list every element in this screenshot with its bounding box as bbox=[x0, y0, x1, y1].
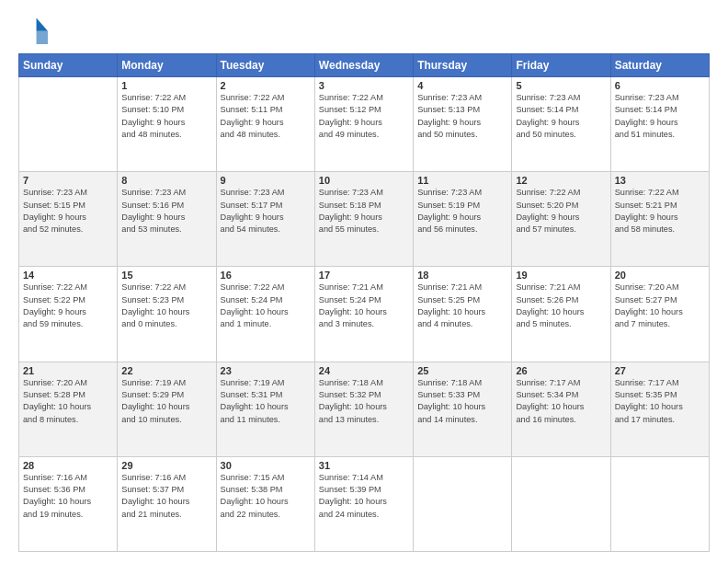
day-number: 16 bbox=[221, 270, 311, 281]
day-info: Sunrise: 7:21 AM Sunset: 5:25 PM Dayligh… bbox=[417, 282, 507, 330]
calendar-cell: 8Sunrise: 7:23 AM Sunset: 5:16 PM Daylig… bbox=[118, 172, 216, 267]
day-info: Sunrise: 7:14 AM Sunset: 5:39 PM Dayligh… bbox=[319, 472, 409, 521]
calendar-cell: 22Sunrise: 7:19 AM Sunset: 5:29 PM Dayli… bbox=[118, 362, 216, 456]
day-info: Sunrise: 7:23 AM Sunset: 5:14 PM Dayligh… bbox=[516, 92, 606, 141]
day-info: Sunrise: 7:17 AM Sunset: 5:34 PM Dayligh… bbox=[516, 377, 606, 426]
calendar-cell: 10Sunrise: 7:23 AM Sunset: 5:18 PM Dayli… bbox=[314, 172, 413, 267]
calendar-cell: 27Sunrise: 7:17 AM Sunset: 5:35 PM Dayli… bbox=[610, 362, 709, 456]
day-number: 5 bbox=[516, 80, 606, 91]
day-info: Sunrise: 7:20 AM Sunset: 5:27 PM Dayligh… bbox=[615, 282, 705, 330]
weekday-friday: Friday bbox=[512, 54, 610, 77]
day-number: 17 bbox=[319, 270, 409, 281]
week-row-5: 28Sunrise: 7:16 AM Sunset: 5:36 PM Dayli… bbox=[19, 456, 710, 551]
logo bbox=[18, 15, 51, 44]
calendar-cell: 24Sunrise: 7:18 AM Sunset: 5:32 PM Dayli… bbox=[314, 362, 413, 456]
week-row-1: 1Sunrise: 7:22 AM Sunset: 5:10 PM Daylig… bbox=[19, 77, 710, 172]
calendar-cell: 5Sunrise: 7:23 AM Sunset: 5:14 PM Daylig… bbox=[512, 77, 610, 172]
calendar-cell: 23Sunrise: 7:19 AM Sunset: 5:31 PM Dayli… bbox=[216, 362, 314, 456]
day-info: Sunrise: 7:23 AM Sunset: 5:19 PM Dayligh… bbox=[417, 187, 507, 236]
day-number: 15 bbox=[121, 270, 211, 281]
day-number: 2 bbox=[221, 80, 311, 91]
calendar-cell: 12Sunrise: 7:22 AM Sunset: 5:20 PM Dayli… bbox=[512, 172, 610, 267]
day-number: 3 bbox=[319, 80, 409, 91]
calendar-cell: 16Sunrise: 7:22 AM Sunset: 5:24 PM Dayli… bbox=[216, 267, 314, 362]
calendar-cell: 15Sunrise: 7:22 AM Sunset: 5:23 PM Dayli… bbox=[118, 267, 216, 362]
calendar-cell: 29Sunrise: 7:16 AM Sunset: 5:37 PM Dayli… bbox=[118, 456, 216, 551]
calendar-cell: 28Sunrise: 7:16 AM Sunset: 5:36 PM Dayli… bbox=[19, 456, 118, 551]
day-info: Sunrise: 7:23 AM Sunset: 5:17 PM Dayligh… bbox=[221, 187, 311, 236]
day-info: Sunrise: 7:20 AM Sunset: 5:28 PM Dayligh… bbox=[23, 377, 113, 426]
day-info: Sunrise: 7:22 AM Sunset: 5:23 PM Dayligh… bbox=[121, 282, 211, 330]
day-info: Sunrise: 7:22 AM Sunset: 5:24 PM Dayligh… bbox=[221, 282, 311, 330]
day-info: Sunrise: 7:22 AM Sunset: 5:21 PM Dayligh… bbox=[615, 187, 705, 236]
calendar-cell: 14Sunrise: 7:22 AM Sunset: 5:22 PM Dayli… bbox=[19, 267, 118, 362]
day-number: 12 bbox=[516, 175, 606, 186]
day-info: Sunrise: 7:17 AM Sunset: 5:35 PM Dayligh… bbox=[615, 377, 705, 426]
day-number: 25 bbox=[417, 365, 507, 376]
day-number: 18 bbox=[417, 270, 507, 281]
day-info: Sunrise: 7:23 AM Sunset: 5:16 PM Dayligh… bbox=[121, 187, 211, 236]
day-number: 14 bbox=[23, 270, 113, 281]
day-number: 21 bbox=[23, 365, 113, 376]
day-info: Sunrise: 7:23 AM Sunset: 5:18 PM Dayligh… bbox=[319, 187, 409, 236]
calendar-cell bbox=[610, 456, 709, 551]
calendar-cell bbox=[19, 77, 118, 172]
day-number: 31 bbox=[319, 460, 409, 471]
day-info: Sunrise: 7:21 AM Sunset: 5:24 PM Dayligh… bbox=[319, 282, 409, 330]
calendar-cell: 18Sunrise: 7:21 AM Sunset: 5:25 PM Dayli… bbox=[414, 267, 512, 362]
svg-marker-0 bbox=[37, 18, 48, 31]
day-number: 29 bbox=[121, 460, 211, 471]
weekday-thursday: Thursday bbox=[414, 54, 512, 77]
day-info: Sunrise: 7:19 AM Sunset: 5:29 PM Dayligh… bbox=[121, 377, 211, 426]
day-number: 1 bbox=[121, 80, 211, 91]
svg-marker-1 bbox=[37, 31, 48, 44]
day-number: 27 bbox=[615, 365, 705, 376]
calendar-cell bbox=[512, 456, 610, 551]
calendar-cell bbox=[414, 456, 512, 551]
calendar-cell: 25Sunrise: 7:18 AM Sunset: 5:33 PM Dayli… bbox=[414, 362, 512, 456]
calendar-cell: 17Sunrise: 7:21 AM Sunset: 5:24 PM Dayli… bbox=[314, 267, 413, 362]
calendar-table: SundayMondayTuesdayWednesdayThursdayFrid… bbox=[18, 53, 710, 552]
header bbox=[18, 15, 710, 44]
calendar-cell: 9Sunrise: 7:23 AM Sunset: 5:17 PM Daylig… bbox=[216, 172, 314, 267]
calendar-cell: 13Sunrise: 7:22 AM Sunset: 5:21 PM Dayli… bbox=[610, 172, 709, 267]
day-number: 23 bbox=[221, 365, 311, 376]
weekday-saturday: Saturday bbox=[610, 54, 709, 77]
day-info: Sunrise: 7:15 AM Sunset: 5:38 PM Dayligh… bbox=[221, 472, 311, 521]
day-info: Sunrise: 7:18 AM Sunset: 5:32 PM Dayligh… bbox=[319, 377, 409, 426]
calendar-cell: 26Sunrise: 7:17 AM Sunset: 5:34 PM Dayli… bbox=[512, 362, 610, 456]
day-number: 28 bbox=[23, 460, 113, 471]
calendar-cell: 7Sunrise: 7:23 AM Sunset: 5:15 PM Daylig… bbox=[19, 172, 118, 267]
day-info: Sunrise: 7:23 AM Sunset: 5:15 PM Dayligh… bbox=[23, 187, 113, 236]
day-number: 9 bbox=[221, 175, 311, 186]
day-number: 6 bbox=[615, 80, 705, 91]
day-number: 22 bbox=[121, 365, 211, 376]
week-row-3: 14Sunrise: 7:22 AM Sunset: 5:22 PM Dayli… bbox=[19, 267, 710, 362]
calendar-cell: 4Sunrise: 7:23 AM Sunset: 5:13 PM Daylig… bbox=[414, 77, 512, 172]
calendar-cell: 1Sunrise: 7:22 AM Sunset: 5:10 PM Daylig… bbox=[118, 77, 216, 172]
day-number: 30 bbox=[221, 460, 311, 471]
day-info: Sunrise: 7:21 AM Sunset: 5:26 PM Dayligh… bbox=[516, 282, 606, 330]
calendar-cell: 21Sunrise: 7:20 AM Sunset: 5:28 PM Dayli… bbox=[19, 362, 118, 456]
weekday-header-row: SundayMondayTuesdayWednesdayThursdayFrid… bbox=[19, 54, 710, 77]
day-info: Sunrise: 7:19 AM Sunset: 5:31 PM Dayligh… bbox=[221, 377, 311, 426]
day-info: Sunrise: 7:16 AM Sunset: 5:36 PM Dayligh… bbox=[23, 472, 113, 521]
day-info: Sunrise: 7:22 AM Sunset: 5:20 PM Dayligh… bbox=[516, 187, 606, 236]
calendar-cell: 30Sunrise: 7:15 AM Sunset: 5:38 PM Dayli… bbox=[216, 456, 314, 551]
day-info: Sunrise: 7:16 AM Sunset: 5:37 PM Dayligh… bbox=[121, 472, 211, 521]
day-info: Sunrise: 7:22 AM Sunset: 5:12 PM Dayligh… bbox=[319, 92, 409, 141]
calendar-cell: 2Sunrise: 7:22 AM Sunset: 5:11 PM Daylig… bbox=[216, 77, 314, 172]
weekday-monday: Monday bbox=[118, 54, 216, 77]
day-number: 8 bbox=[121, 175, 211, 186]
calendar-cell: 19Sunrise: 7:21 AM Sunset: 5:26 PM Dayli… bbox=[512, 267, 610, 362]
day-number: 19 bbox=[516, 270, 606, 281]
calendar-cell: 20Sunrise: 7:20 AM Sunset: 5:27 PM Dayli… bbox=[610, 267, 709, 362]
calendar-cell: 11Sunrise: 7:23 AM Sunset: 5:19 PM Dayli… bbox=[414, 172, 512, 267]
logo-icon bbox=[18, 15, 48, 44]
day-info: Sunrise: 7:22 AM Sunset: 5:22 PM Dayligh… bbox=[23, 282, 113, 330]
day-info: Sunrise: 7:18 AM Sunset: 5:33 PM Dayligh… bbox=[417, 377, 507, 426]
day-number: 24 bbox=[319, 365, 409, 376]
weekday-tuesday: Tuesday bbox=[216, 54, 314, 77]
week-row-2: 7Sunrise: 7:23 AM Sunset: 5:15 PM Daylig… bbox=[19, 172, 710, 267]
weekday-sunday: Sunday bbox=[19, 54, 118, 77]
